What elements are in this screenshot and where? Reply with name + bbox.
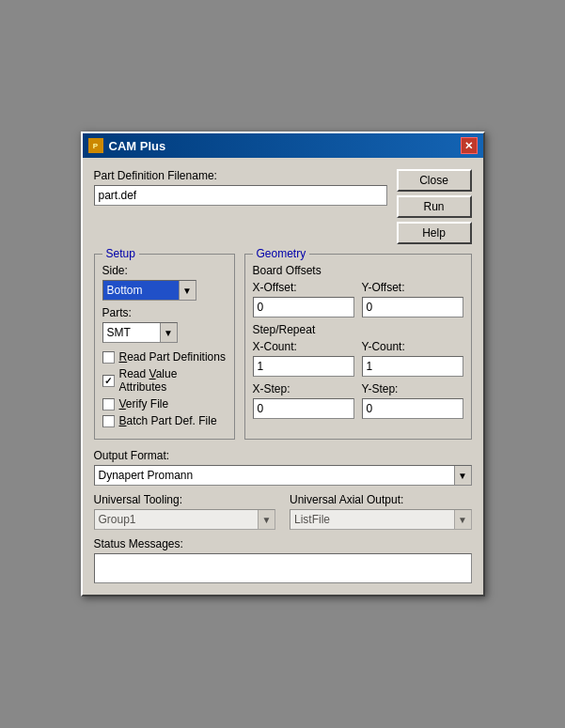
setup-group-label: Setup — [102, 247, 139, 260]
setup-group: Setup Side: Bottom ▼ Parts: SMT ▼ — [94, 254, 235, 440]
tooling-col: Universal Tooling: Group1 ▼ — [94, 493, 276, 530]
step-repeat-section: Step/Repeat X-Count: Y-Count: — [253, 323, 463, 419]
y-offset-input[interactable] — [362, 297, 463, 318]
checkbox-verify: Verify File — [102, 397, 227, 410]
x-step-col: X-Step: — [253, 382, 354, 419]
count-row: X-Count: Y-Count: — [253, 340, 463, 377]
x-step-input[interactable] — [253, 398, 354, 419]
axial-dropdown[interactable]: ListFile ▼ — [290, 509, 472, 530]
checkboxes-section: Read Part Definitions Read Value Attribu… — [102, 350, 227, 427]
x-offset-label: X-Offset: — [253, 281, 354, 294]
axial-col: Universal Axial Output: ListFile ▼ — [290, 493, 472, 530]
read-part-label: Read Part Definitions — [119, 350, 226, 364]
y-step-label: Y-Step: — [362, 382, 463, 395]
window-content: Part Definition Filename: Close Run Help… — [83, 158, 483, 595]
parts-dropdown-value: SMT — [103, 323, 160, 342]
close-button[interactable]: Close — [397, 169, 472, 192]
middle-row: Setup Side: Bottom ▼ Parts: SMT ▼ — [94, 254, 472, 440]
read-value-label: Read Value Attributes — [119, 367, 227, 394]
x-step-label: X-Step: — [253, 382, 354, 395]
verify-file-label: Verify File — [119, 397, 169, 410]
checkbox-read-value: Read Value Attributes — [102, 367, 227, 394]
x-count-label: X-Count: — [253, 340, 354, 353]
board-offsets-label: Board Offsets — [253, 264, 463, 277]
board-offsets-section: Board Offsets X-Offset: Y-Offset: — [253, 264, 463, 318]
filename-label: Part Definition Filename: — [94, 169, 387, 182]
output-format-arrow: ▼ — [454, 466, 471, 485]
x-count-col: X-Count: — [253, 340, 354, 377]
status-display — [94, 553, 472, 583]
verify-file-checkbox[interactable] — [102, 398, 115, 410]
side-dropdown-arrow: ▼ — [179, 281, 196, 300]
filename-section: Part Definition Filename: — [94, 169, 387, 206]
app-icon: P — [88, 138, 103, 153]
y-count-col: Y-Count: — [362, 340, 463, 377]
side-dropdown-value: Bottom — [103, 281, 179, 300]
offset-row: X-Offset: Y-Offset: — [253, 281, 463, 318]
status-section: Status Messages: — [94, 537, 472, 583]
geometry-group-label: Geometry — [253, 247, 310, 260]
parts-label: Parts: — [102, 306, 227, 319]
tooling-dropdown[interactable]: Group1 ▼ — [94, 509, 276, 530]
tooling-value: Group1 — [95, 511, 259, 528]
parts-dropdown-arrow: ▼ — [160, 323, 177, 342]
output-format-dropdown[interactable]: Dynapert Promann ▼ — [94, 465, 472, 486]
axial-arrow: ▼ — [454, 510, 471, 529]
tooling-label: Universal Tooling: — [94, 493, 276, 506]
y-offset-label: Y-Offset: — [362, 281, 463, 294]
tooling-arrow: ▼ — [258, 510, 275, 529]
parts-row: Parts: SMT ▼ — [102, 306, 227, 343]
y-step-col: Y-Step: — [362, 382, 463, 419]
batch-part-checkbox[interactable] — [102, 415, 115, 427]
y-count-input[interactable] — [362, 356, 463, 377]
help-button[interactable]: Help — [397, 222, 472, 244]
window-close-button[interactable]: ✕ — [461, 137, 478, 154]
parts-dropdown[interactable]: SMT ▼ — [102, 322, 178, 343]
geometry-group: Geometry Board Offsets X-Offset: Y-Offse… — [244, 254, 472, 440]
bottom-section: Output Format: Dynapert Promann ▼ Univer… — [94, 449, 472, 583]
filename-input[interactable] — [94, 185, 387, 206]
side-dropdown[interactable]: Bottom ▼ — [102, 280, 196, 301]
side-label: Side: — [102, 264, 227, 277]
status-label: Status Messages: — [94, 537, 472, 550]
output-format-label: Output Format: — [94, 449, 472, 462]
y-count-label: Y-Count: — [362, 340, 463, 353]
axial-value: ListFile — [290, 511, 454, 528]
step-row: X-Step: Y-Step: — [253, 382, 463, 419]
side-row: Side: Bottom ▼ — [102, 264, 227, 301]
read-value-checkbox[interactable] — [102, 375, 115, 387]
title-bar-left: P CAM Plus — [88, 138, 166, 153]
y-offset-col: Y-Offset: — [362, 281, 463, 318]
checkbox-batch: Batch Part Def. File — [102, 414, 227, 427]
y-step-input[interactable] — [362, 398, 463, 419]
title-bar: P CAM Plus ✕ — [83, 133, 483, 158]
run-button[interactable]: Run — [397, 195, 472, 218]
output-format-row: Output Format: Dynapert Promann ▼ — [94, 449, 472, 486]
tooling-row: Universal Tooling: Group1 ▼ Universal Ax… — [94, 493, 472, 530]
axial-label: Universal Axial Output: — [290, 493, 472, 506]
step-repeat-label: Step/Repeat — [253, 323, 463, 336]
action-buttons: Close Run Help — [397, 169, 472, 244]
output-format-value: Dynapert Promann — [95, 467, 454, 484]
top-row: Part Definition Filename: Close Run Help — [94, 169, 472, 244]
x-offset-input[interactable] — [253, 297, 354, 318]
checkbox-read-part: Read Part Definitions — [102, 350, 227, 364]
main-window: P CAM Plus ✕ Part Definition Filename: C… — [81, 132, 485, 596]
batch-part-label: Batch Part Def. File — [119, 414, 217, 427]
read-part-checkbox[interactable] — [102, 351, 115, 364]
window-title: CAM Plus — [109, 139, 166, 153]
x-offset-col: X-Offset: — [253, 281, 354, 318]
x-count-input[interactable] — [253, 356, 354, 377]
